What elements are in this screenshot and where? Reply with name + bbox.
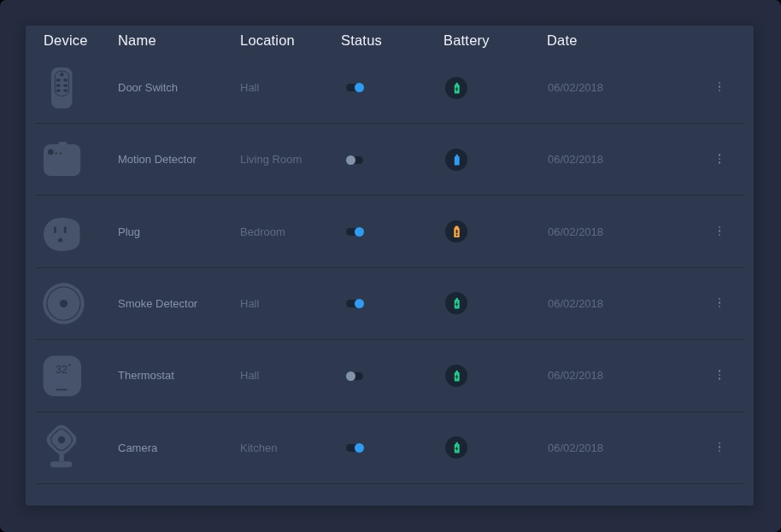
svg-text:32: 32 <box>56 364 68 376</box>
